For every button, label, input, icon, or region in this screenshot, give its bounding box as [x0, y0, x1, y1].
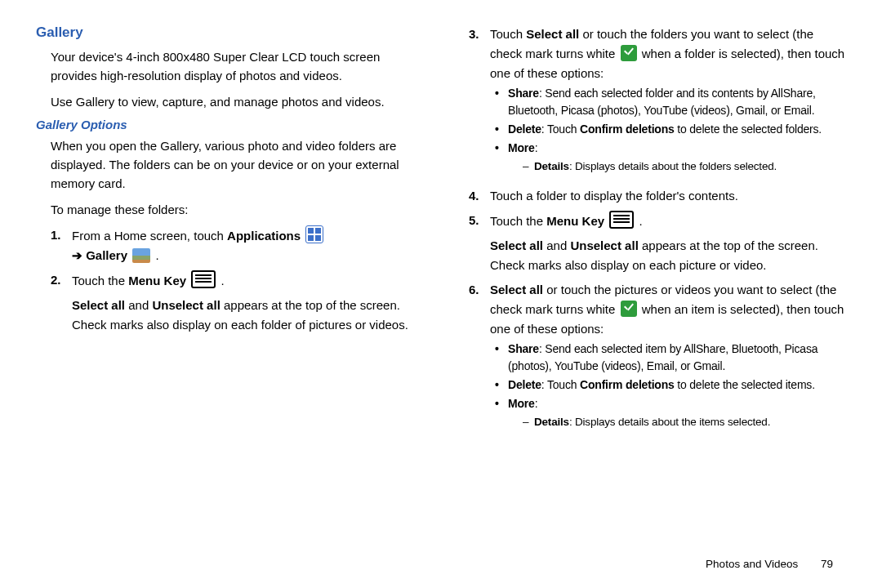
- more-label: More: [508, 141, 535, 154]
- delete-label: Delete: [508, 378, 541, 391]
- share-desc: : Send each selected item by AllShare, B…: [508, 342, 817, 372]
- gallery-icon: [132, 248, 150, 263]
- gallery-label: Gallery: [86, 248, 127, 262]
- page-number: 79: [821, 558, 833, 570]
- menu-key-label: Menu Key: [128, 274, 186, 287]
- page-footer: Photos and Videos 79: [706, 558, 833, 570]
- gallery-options-intro: When you open the Gallery, various photo…: [51, 136, 428, 194]
- unselect-all-label: Unselect all: [152, 298, 220, 312]
- step-number: 2.: [51, 270, 72, 335]
- colon: :: [535, 397, 538, 410]
- step-5: 5. Touch the Menu Key . Select all and U…: [469, 211, 846, 275]
- delete-label: Delete: [508, 122, 541, 136]
- menu-key-label: Menu Key: [546, 214, 604, 228]
- period: .: [217, 274, 224, 287]
- step-3-text-a: Touch: [490, 27, 526, 41]
- checkmark-icon: [621, 45, 637, 61]
- right-column: 3. Touch Select all or touch the folders…: [454, 24, 846, 441]
- select-all-label: Select all: [526, 27, 579, 41]
- step-number: 6.: [469, 280, 490, 437]
- step-number: 3.: [469, 24, 490, 181]
- delete-end: to delete the selected items.: [675, 378, 815, 391]
- share-label: Share: [508, 87, 539, 100]
- intro-paragraph-1: Your device's 4-inch 800x480 Super Clear…: [51, 47, 428, 86]
- step-2-text-a: Touch the: [72, 274, 128, 287]
- gallery-options-lead: To manage these folders:: [51, 200, 428, 219]
- heading-gallery: Gallery: [36, 24, 428, 41]
- bullet-more: • More: – Details: Displays details abou…: [495, 395, 846, 434]
- applications-icon: [305, 225, 323, 243]
- footer-section-name: Photos and Videos: [706, 558, 798, 570]
- details-desc: : Displays details about the folders sel…: [569, 160, 777, 172]
- step-number: 5.: [469, 211, 490, 275]
- left-column: Gallery Your device's 4-inch 800x480 Sup…: [36, 24, 428, 441]
- unselect-all-label: Unselect all: [570, 238, 638, 252]
- menu-key-icon: [609, 211, 634, 229]
- menu-key-icon: [191, 270, 216, 288]
- step-number: 4.: [469, 186, 490, 206]
- select-all-label: Select all: [490, 283, 543, 296]
- checkmark-icon: [621, 301, 637, 317]
- share-label: Share: [508, 342, 539, 355]
- step-3: 3. Touch Select all or touch the folders…: [469, 24, 846, 181]
- step-1: 1. From a Home screen, touch Application…: [51, 225, 428, 265]
- step-4-text: Touch a folder to display the folder's c…: [490, 186, 846, 206]
- intro-paragraph-2: Use Gallery to view, capture, and manage…: [51, 92, 428, 111]
- bullet-more: • More: – Details: Displays details abou…: [495, 140, 846, 178]
- applications-label: Applications: [227, 229, 301, 243]
- more-label: More: [508, 397, 535, 410]
- period: .: [152, 248, 158, 262]
- step-6: 6. Select all or touch the pictures or v…: [469, 280, 846, 437]
- confirm-deletions-label: Confirm deletions: [580, 378, 675, 391]
- step-1-text-a: From a Home screen, touch: [72, 229, 227, 243]
- select-all-label: Select all: [72, 298, 125, 312]
- delete-mid: : Touch: [541, 122, 580, 136]
- and-text: and: [125, 298, 152, 312]
- dash-details: – Details: Displays details about the it…: [523, 414, 846, 430]
- dash-details: – Details: Displays details about the fo…: [523, 158, 846, 175]
- delete-end: to delete the selected folders.: [675, 122, 822, 136]
- colon: :: [535, 141, 538, 154]
- delete-mid: : Touch: [541, 378, 580, 391]
- details-label: Details: [534, 416, 569, 428]
- step-2: 2. Touch the Menu Key . Select all and U…: [51, 270, 428, 335]
- heading-gallery-options: Gallery Options: [36, 118, 428, 131]
- details-desc: : Displays details about the items selec…: [569, 416, 770, 428]
- details-label: Details: [534, 160, 569, 172]
- step-5-text-a: Touch the: [490, 214, 546, 228]
- bullet-delete: • Delete: Touch Confirm deletions to del…: [495, 376, 846, 394]
- share-desc: : Send each selected folder and its cont…: [508, 87, 816, 117]
- arrow-symbol: ➔: [72, 248, 86, 262]
- bullet-share: • Share: Send each selected item by AllS…: [495, 341, 846, 375]
- confirm-deletions-label: Confirm deletions: [580, 122, 675, 136]
- period: .: [635, 214, 642, 228]
- bullet-share: • Share: Send each selected folder and i…: [495, 85, 846, 119]
- and-text: and: [543, 238, 570, 252]
- bullet-delete: • Delete: Touch Confirm deletions to del…: [495, 121, 846, 138]
- step-number: 1.: [51, 225, 72, 265]
- step-4: 4. Touch a folder to display the folder'…: [469, 186, 846, 206]
- select-all-label: Select all: [490, 238, 543, 252]
